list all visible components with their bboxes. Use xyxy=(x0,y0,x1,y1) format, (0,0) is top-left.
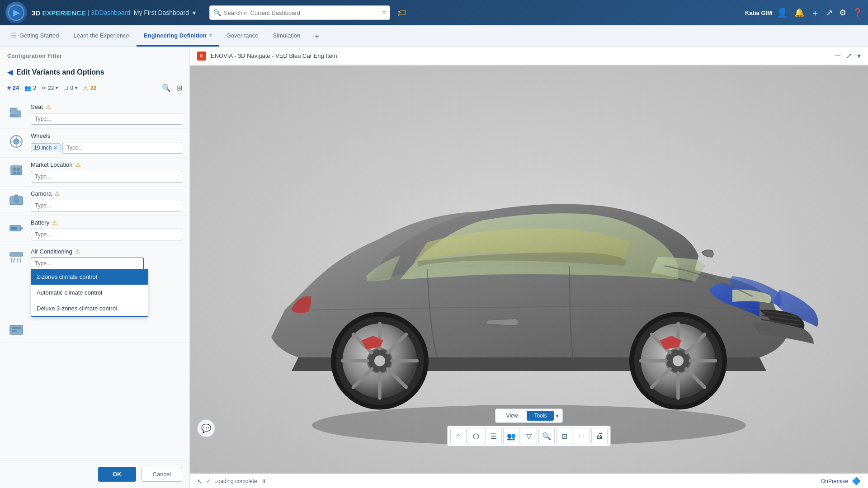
dropdown-item-deluxe[interactable]: Deluxe 3-zones climate control xyxy=(31,300,148,316)
wheels-input[interactable] xyxy=(62,142,182,154)
tools-dropdown-icon[interactable]: ▾ xyxy=(556,412,559,419)
battery-input-row xyxy=(31,229,182,240)
tab-getting-started-icon: ☰ xyxy=(11,32,17,39)
loading-pause-icon[interactable]: ⏸ xyxy=(261,478,266,484)
logo-inner: ▶ xyxy=(8,5,24,21)
box-icon: ☐ xyxy=(63,85,68,91)
user-avatar-icon[interactable]: 👤 xyxy=(777,7,788,18)
back-arrow-icon[interactable]: ◀ xyxy=(7,68,13,76)
tab-getting-started[interactable]: ☰ Getting Started xyxy=(4,25,66,47)
wheels-label: Wheels xyxy=(31,132,182,139)
wheels-tag: 19 Inch ✕ xyxy=(31,143,61,152)
filter-stats: # 24 👥 2 ✂ 22 ▾ ☐ 0 ▾ ⚠ 22 🔍 ⊞ xyxy=(0,80,189,96)
ac-icon xyxy=(7,248,25,266)
market-location-input[interactable] xyxy=(31,171,182,183)
search-bar[interactable]: 🔍 ≡ xyxy=(209,5,390,20)
maximize-icon[interactable]: ⤢ xyxy=(846,52,852,60)
stat-people[interactable]: 👥 2 xyxy=(24,85,36,91)
tab-learn-experience[interactable]: Learn the Experience xyxy=(66,25,137,47)
svg-rect-8 xyxy=(13,168,16,171)
tab-simulation[interactable]: Simulation xyxy=(266,25,308,47)
cursor-icon: | xyxy=(147,261,149,266)
people-icon: 👥 xyxy=(24,85,31,91)
config-filter-title: Configuration Filter xyxy=(7,53,62,59)
add-icon[interactable]: ＋ xyxy=(811,7,820,19)
ac-dropdown: 2-zones climate control Automatic climat… xyxy=(31,269,148,317)
box-dropdown-icon: ▾ xyxy=(75,85,77,90)
top-bar: ▶ 3DEXPERIENCE | 3DDashboard My First Da… xyxy=(0,0,868,25)
collapse-icon[interactable]: ▾ xyxy=(857,52,861,60)
ac-input-row: | xyxy=(31,258,182,269)
right-panel: E ENOVIA - 3D Navigate - VED Bleu Car En… xyxy=(190,47,868,488)
stat-count[interactable]: # 24 xyxy=(7,84,19,92)
market-location-icon xyxy=(7,161,25,179)
search-icon: 🔍 xyxy=(213,9,221,16)
dropdown-item-2zones[interactable]: 2-zones climate control xyxy=(31,269,148,285)
box-tool-btn[interactable]: □ xyxy=(574,428,590,444)
people-tool-btn[interactable]: 👥 xyxy=(503,428,519,444)
extra1-content xyxy=(31,321,182,324)
stat-warn[interactable]: ⚠ 22 xyxy=(83,84,96,92)
help-icon[interactable]: ❓ xyxy=(853,8,863,18)
stat-box[interactable]: ☐ 0 ▾ xyxy=(63,85,77,91)
seat-input[interactable] xyxy=(31,113,182,125)
view-app-icon: E xyxy=(197,52,206,61)
filter-search-icon[interactable]: 🔍 xyxy=(162,84,171,92)
svg-rect-2 xyxy=(17,111,21,117)
panel-title-row: ◀ Edit Variants and Options xyxy=(0,63,189,80)
user-name: Katia GIM xyxy=(745,9,772,16)
home-tool-btn[interactable]: ⌂ xyxy=(450,428,467,444)
tag-icon[interactable]: 🏷 xyxy=(397,8,406,18)
warn-icon: ⚠ xyxy=(83,84,89,92)
dashboard-dropdown-icon[interactable]: ▾ xyxy=(193,9,196,16)
layers-tool-btn[interactable]: ⊡ xyxy=(556,428,572,444)
tab-governance[interactable]: Governance xyxy=(219,25,266,47)
search-tool-btn[interactable]: 🔍 xyxy=(538,428,555,444)
tools-tab[interactable]: Tools xyxy=(527,411,554,421)
seat-content: Seat ⚠ xyxy=(31,103,182,125)
wheels-tag-remove[interactable]: ✕ xyxy=(53,145,57,151)
battery-content: Battery ⚠ xyxy=(31,219,182,240)
chat-bubble[interactable]: 💬 xyxy=(197,419,215,437)
stat-cut[interactable]: ✂ 22 ▾ xyxy=(42,85,58,91)
market-location-label: Market Location ⚠ xyxy=(31,161,182,168)
list-tool-btn[interactable]: ☰ xyxy=(486,428,502,444)
tab-getting-started-label: Getting Started xyxy=(19,32,59,39)
svg-point-14 xyxy=(15,200,18,202)
left-panel: Configuration Filter ◀ Edit Variants and… xyxy=(0,47,190,488)
tab-add-button[interactable]: ＋ xyxy=(307,25,326,47)
filter-sort-icon[interactable]: ⊞ xyxy=(176,84,182,92)
settings-icon[interactable]: ⚙ xyxy=(839,8,846,18)
share-icon[interactable]: ↗ xyxy=(826,8,833,18)
search-filter-icon: ≡ xyxy=(382,9,386,16)
camera-input[interactable] xyxy=(31,200,182,211)
tool-buttons-row: ⌂ ⬡ ☰ 👥 ▽ 🔍 ⊡ □ 🖨 xyxy=(447,426,611,446)
ac-content: Air Conditioning ⚠ | 2-zones climate con… xyxy=(31,248,182,317)
market-warn-icon: ⚠ xyxy=(75,161,81,168)
notifications-icon[interactable]: 🔔 xyxy=(794,8,804,18)
market-input-row xyxy=(31,171,182,183)
panel-footer: OK Cancel xyxy=(0,460,189,488)
seat-warn-icon: ⚠ xyxy=(46,103,51,110)
cancel-button[interactable]: Cancel xyxy=(142,467,182,482)
minimize-icon[interactable]: ─ xyxy=(835,52,840,60)
tab-engineering-dropdown-icon[interactable]: ▾ xyxy=(209,33,212,38)
tab-governance-label: Governance xyxy=(226,32,259,39)
battery-label: Battery ⚠ xyxy=(31,219,182,226)
dropdown-item-automatic[interactable]: Automatic climate control xyxy=(31,285,148,300)
tab-engineering-definition[interactable]: Engineering Definition ▾ xyxy=(137,25,219,47)
top-bar-icons: 👤 🔔 ＋ ↗ ⚙ ❓ xyxy=(777,7,863,19)
ok-button[interactable]: OK xyxy=(98,467,136,482)
brand-experience: EXPERIENCE xyxy=(42,9,86,17)
cut-dropdown-icon: ▾ xyxy=(56,85,58,90)
filter-tool-btn[interactable]: ▽ xyxy=(521,428,537,444)
ac-input[interactable] xyxy=(31,258,144,269)
print-tool-btn[interactable]: 🖨 xyxy=(591,428,608,444)
view-tab[interactable]: View xyxy=(499,411,525,421)
svg-rect-0 xyxy=(10,108,17,113)
brand-my-dashboard: My First Dashboard xyxy=(132,9,189,16)
battery-input[interactable] xyxy=(31,229,182,240)
camera-label: Camera ⚠ xyxy=(31,190,182,197)
cube-tool-btn[interactable]: ⬡ xyxy=(468,428,484,444)
search-input[interactable] xyxy=(224,9,380,16)
